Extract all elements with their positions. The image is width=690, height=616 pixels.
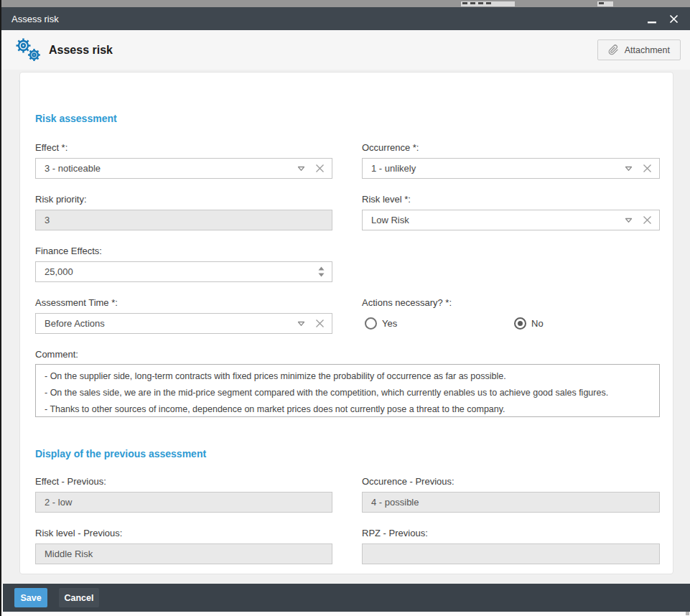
clear-icon[interactable] [638, 210, 656, 230]
finance-effects-label: Finance Effects: [35, 246, 332, 256]
occurence-previous-value: 4 - possible [363, 497, 659, 508]
dialog-header: Assess risk Attachment [1, 30, 690, 70]
dialog-titlebar: Assess risk [1, 7, 690, 30]
chevron-down-icon[interactable] [619, 159, 638, 178]
radio-no[interactable]: No [514, 317, 544, 330]
assessment-time-label: Assessment Time *: [35, 297, 332, 308]
screen: Assess risk [0, 0, 690, 616]
risk-level-field: Risk level *: Low Risk [362, 194, 660, 230]
comment-field: Comment: - On the supplier side, long-te… [35, 349, 658, 420]
page-title: Assess risk [49, 44, 597, 57]
resize-handle[interactable] [686, 612, 689, 615]
rpz-previous-label: RPZ - Previous: [362, 528, 660, 538]
occurence-previous-input: 4 - possible [362, 492, 660, 513]
rpz-previous-input [362, 543, 660, 564]
comment-label: Comment: [35, 349, 658, 360]
attachment-button-label: Attachment [625, 45, 670, 55]
effect-combobox[interactable]: 3 - noticeable [35, 158, 332, 179]
occurence-previous-field: Occurence - Previous: 4 - possible [362, 476, 660, 513]
finance-effects-input[interactable] [36, 262, 310, 281]
effect-value: 3 - noticeable [36, 163, 292, 174]
actions-necessary-radiogroup: Yes No [362, 313, 660, 334]
risk-priority-value: 3 [36, 215, 332, 225]
risk-level-previous-value: Middle Risk [36, 549, 332, 559]
risk-level-previous-field: Risk level - Previous: Middle Risk [35, 528, 332, 564]
step-up-icon [318, 266, 325, 271]
form-card: Risk assessment Effect *: 3 - noticeable… [19, 72, 673, 574]
minimize-icon[interactable] [644, 11, 660, 27]
save-button[interactable]: Save [14, 588, 47, 607]
assessment-time-field: Assessment Time *: Before Actions [35, 297, 332, 334]
dialog-content: Risk assessment Effect *: 3 - noticeable… [1, 70, 690, 584]
finance-effects-field: Finance Effects: [35, 246, 332, 282]
occurrence-combobox[interactable]: 1 - unlikely [362, 158, 660, 179]
risk-level-previous-label: Risk level - Previous: [35, 528, 332, 538]
effect-previous-value: 2 - low [36, 497, 332, 508]
occurrence-label: Occurrence *: [362, 142, 660, 153]
effect-label: Effect *: [35, 142, 332, 153]
actions-necessary-field: Actions necessary? *: Yes No [362, 297, 660, 334]
assessment-time-value: Before Actions [36, 318, 292, 329]
section-title-previous-assessment: Display of the previous assessment [35, 448, 658, 459]
background-page-fragment [597, 1, 613, 6]
attachment-button[interactable]: Attachment [597, 39, 681, 60]
radio-yes-circle[interactable] [365, 317, 377, 330]
actions-necessary-label: Actions necessary? *: [362, 297, 660, 308]
risk-level-value: Low Risk [363, 215, 619, 225]
risk-level-previous-input: Middle Risk [35, 543, 332, 564]
occurrence-value: 1 - unlikely [363, 163, 619, 174]
section-title-risk-assessment: Risk assessment [35, 113, 658, 124]
risk-priority-field: Risk priority: 3 [35, 194, 332, 230]
radio-no-label: No [531, 318, 544, 329]
risk-level-label: Risk level *: [362, 194, 660, 205]
close-icon[interactable] [666, 11, 681, 27]
assessment-time-combobox[interactable]: Before Actions [35, 313, 332, 334]
radio-yes-label: Yes [382, 318, 397, 329]
clear-icon[interactable] [638, 159, 656, 178]
radio-yes[interactable]: Yes [365, 317, 514, 330]
dialog-footer: Save Cancel [3, 584, 690, 612]
background-page-strip [1, 0, 690, 7]
occurence-previous-label: Occurence - Previous: [362, 476, 660, 487]
background-page-fragment [461, 1, 515, 6]
step-down-icon [318, 273, 325, 277]
effect-previous-field: Effect - Previous: 2 - low [35, 476, 332, 513]
clear-icon[interactable] [310, 314, 329, 333]
chevron-down-icon[interactable] [292, 159, 310, 178]
clear-icon[interactable] [310, 159, 329, 178]
cancel-button[interactable]: Cancel [59, 588, 99, 607]
chevron-down-icon[interactable] [292, 314, 310, 333]
risk-level-combobox[interactable]: Low Risk [362, 210, 660, 230]
finance-effects-spinbox [35, 261, 332, 282]
assess-risk-dialog: Assess risk [1, 7, 690, 584]
chevron-down-icon[interactable] [619, 210, 638, 230]
effect-field: Effect *: 3 - noticeable [35, 142, 332, 179]
effect-previous-label: Effect - Previous: [35, 476, 332, 487]
effect-previous-input: 2 - low [35, 492, 332, 513]
gears-icon [14, 35, 46, 65]
rpz-previous-field: RPZ - Previous: [362, 528, 660, 564]
risk-priority-input: 3 [35, 210, 332, 230]
radio-no-circle[interactable] [514, 317, 526, 330]
background-bottom-strip [3, 612, 690, 616]
dialog-title: Assess risk [11, 14, 638, 24]
number-stepper[interactable] [310, 262, 332, 281]
comment-textarea[interactable]: - On the supplier side, long-term contra… [35, 364, 660, 417]
paperclip-icon [608, 45, 619, 55]
occurrence-field: Occurrence *: 1 - unlikely [362, 142, 660, 179]
risk-priority-label: Risk priority: [35, 194, 332, 205]
